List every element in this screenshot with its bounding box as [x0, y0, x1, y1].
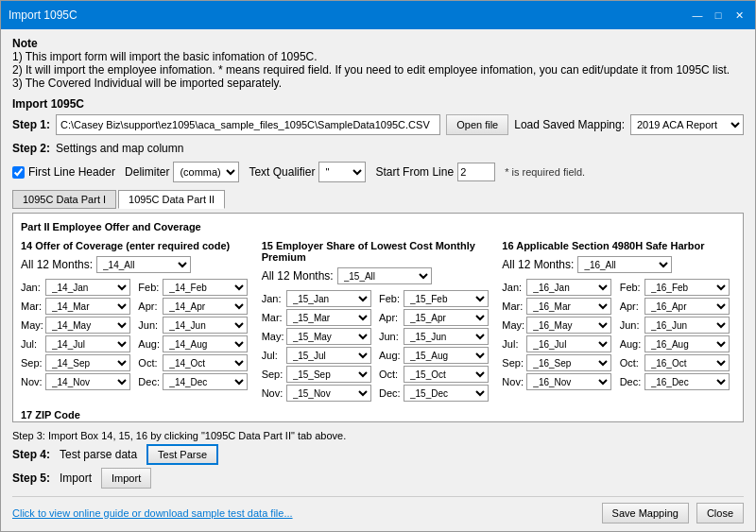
col15-jan-select[interactable]: _15_Jan	[286, 290, 371, 307]
maximize-button[interactable]: □	[710, 7, 727, 24]
col14-oct-row: Oct: _14_Oct	[138, 354, 253, 371]
title-bar: Import 1095C — □ ✕	[1, 1, 755, 29]
col15-jul-select[interactable]: _15_Jul	[286, 347, 371, 364]
col15-sep-select[interactable]: _15_Sep	[286, 366, 371, 383]
col15-jun-select[interactable]: _15_Jun	[404, 328, 489, 345]
col16-oct-select[interactable]: _16_Oct	[644, 354, 730, 371]
step3-text: Step 3: Import Box 14, 15, 16 by clickin…	[12, 430, 744, 441]
col16-mar-select[interactable]: _16_Mar	[526, 298, 611, 315]
import-button[interactable]: Import	[101, 468, 151, 489]
col15-oct-select[interactable]: _15_Oct	[404, 366, 489, 383]
col16-jul-select[interactable]: _16_Jul	[526, 335, 611, 352]
col16-aug-select[interactable]: _16_Aug	[644, 335, 730, 352]
open-file-button[interactable]: Open file	[446, 114, 508, 135]
col14-may-select[interactable]: _14_May	[45, 317, 130, 334]
step2-row: Step 2: Settings and map column	[12, 142, 744, 155]
col15-aug-select[interactable]: _15_Aug	[404, 347, 489, 364]
col14-apr-select[interactable]: _14_Apr	[163, 298, 248, 315]
col14-jan-label: Jan:	[21, 282, 43, 293]
col14-dec-select[interactable]: _14_Dec	[163, 373, 248, 390]
col15-dec-select[interactable]: _15_Dec	[404, 385, 489, 402]
col16-may-select[interactable]: _16_May	[526, 317, 611, 334]
col16-all12-select[interactable]: _16_All	[577, 256, 672, 273]
load-mapping-row: Load Saved Mapping: 2019 ACA Report	[514, 114, 744, 135]
col16-jan-select[interactable]: _16_Jan	[526, 279, 611, 296]
test-parse-button[interactable]: Test Parse	[146, 444, 218, 465]
text-qualifier-group: Text Qualifier " ' (none)	[249, 162, 366, 182]
col14-aug-label: Aug:	[138, 338, 161, 350]
col16-jun-select[interactable]: _16_Jun	[644, 317, 730, 334]
steps-footer: Step 3: Import Box 14, 15, 16 by clickin…	[12, 430, 744, 489]
footer-buttons: Save Mapping Close	[602, 503, 744, 523]
file-path-input[interactable]	[56, 114, 440, 135]
step1-label: Step 1:	[12, 118, 50, 131]
first-line-header-checkbox[interactable]	[12, 166, 25, 179]
delimiter-select[interactable]: (comma) , ; | Tab	[173, 162, 239, 182]
three-col-grid: 14 Offer of Coverage (enter required cod…	[21, 240, 735, 402]
start-from-line-group: Start From Line	[375, 163, 495, 181]
note-line-1: 1) This import form will import the basi…	[12, 50, 744, 63]
col16-all12-row: All 12 Months: _16_All	[502, 256, 735, 273]
col14-mar-row: Mar: _14_Mar	[21, 298, 136, 315]
col14-jun-select[interactable]: _14_Jun	[163, 317, 248, 334]
col14-jan-row: Jan: _14_Jan	[21, 279, 136, 296]
col16-sep-select[interactable]: _16_Sep	[526, 354, 611, 371]
col16-section: 16 Applicable Section 4980H Safe Harbor …	[502, 240, 735, 402]
main-window: Import 1095C — □ ✕ Note 1) This import f…	[0, 0, 756, 532]
step4-text: Test parse data	[60, 448, 137, 461]
text-qualifier-select[interactable]: " ' (none)	[318, 162, 366, 182]
text-qualifier-label: Text Qualifier	[249, 165, 315, 179]
step2-label: Step 2:	[12, 142, 50, 155]
tab-part2[interactable]: 1095C Data Part II	[118, 190, 225, 209]
load-mapping-label: Load Saved Mapping:	[514, 118, 625, 131]
col14-nov-select[interactable]: _14_Nov	[45, 373, 130, 390]
col15-feb-select[interactable]: _15_Feb	[404, 290, 489, 307]
col14-jul-select[interactable]: _14_Jul	[45, 335, 130, 352]
step5-label: Step 5:	[12, 472, 50, 485]
save-mapping-button[interactable]: Save Mapping	[602, 503, 689, 523]
col14-feb-label: Feb:	[138, 282, 161, 293]
col14-jul-label: Jul:	[21, 338, 43, 350]
col15-title: 15 Employer Share of Lowest Cost Monthly…	[262, 240, 495, 263]
tab-content: Part II Employee Offer and Coverage 14 O…	[12, 213, 744, 422]
col16-nov-select[interactable]: _16_Nov	[526, 373, 611, 390]
col14-feb-row: Feb: _14_Feb	[138, 279, 253, 296]
col16-dec-select[interactable]: _16_Dec	[644, 373, 730, 390]
col14-mar-select[interactable]: _14_Mar	[45, 298, 130, 315]
col15-all12-select[interactable]: _15_All	[337, 267, 432, 284]
import-section-label: Import 1095C	[12, 97, 744, 111]
col15-may-select[interactable]: _15_May	[286, 328, 371, 345]
close-button[interactable]: ✕	[730, 7, 747, 24]
load-mapping-select[interactable]: 2019 ACA Report	[630, 114, 744, 135]
col16-apr-select[interactable]: _16_Apr	[644, 298, 730, 315]
col14-oct-label: Oct:	[138, 357, 161, 369]
col14-all12-label: All 12 Months:	[21, 258, 93, 271]
col14-apr-label: Apr:	[138, 300, 161, 312]
zip-title: 17 ZIP Code	[21, 409, 735, 420]
col14-jun-label: Jun:	[138, 319, 161, 331]
col16-feb-select[interactable]: _16_Feb	[644, 279, 730, 296]
col14-aug-row: Aug: _14_Aug	[138, 335, 253, 352]
col14-feb-select[interactable]: _14_Feb	[163, 279, 248, 296]
col14-jan-select[interactable]: _14_Jan	[45, 279, 130, 296]
col15-nov-select[interactable]: _15_Nov	[286, 385, 371, 402]
col16-title: 16 Applicable Section 4980H Safe Harbor	[502, 240, 735, 251]
col14-dec-row: Dec: _14_Dec	[138, 373, 253, 390]
step1-row: Step 1: Open file Load Saved Mapping: 20…	[12, 114, 744, 135]
col15-apr-select[interactable]: _15_Apr	[404, 309, 489, 326]
col15-mar-select[interactable]: _15_Mar	[286, 309, 371, 326]
col14-oct-select[interactable]: _14_Oct	[163, 354, 248, 371]
tab-part1[interactable]: 1095C Data Part I	[12, 190, 116, 209]
first-line-header-label: First Line Header	[28, 165, 115, 179]
tab-content-inner: Part II Employee Offer and Coverage 14 O…	[21, 221, 735, 414]
col14-mar-label: Mar:	[21, 300, 43, 312]
col14-sep-label: Sep:	[21, 357, 43, 369]
start-from-line-input[interactable]	[457, 163, 495, 181]
col14-aug-select[interactable]: _14_Aug	[163, 335, 248, 352]
content-area: Note 1) This import form will import the…	[1, 29, 755, 531]
minimize-button[interactable]: —	[689, 7, 706, 24]
col14-sep-select[interactable]: _14_Sep	[45, 354, 130, 371]
col14-all12-select[interactable]: _14_All	[96, 256, 191, 273]
guide-link[interactable]: Click to view online guide or download s…	[12, 507, 293, 519]
close-button-footer[interactable]: Close	[696, 503, 744, 523]
